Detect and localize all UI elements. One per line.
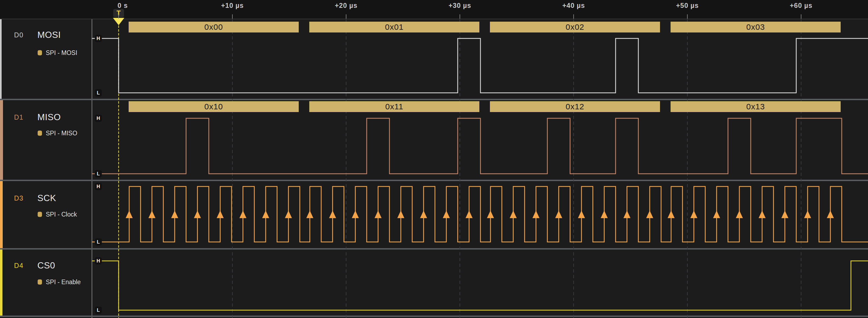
clock-rising-edge-arrow-icon xyxy=(690,211,698,218)
decoded-byte-box[interactable]: 0x10 xyxy=(129,101,299,112)
clock-rising-edge-arrow-icon xyxy=(781,211,788,218)
time-tick-label: +60 µs xyxy=(790,2,812,9)
time-tick-label: +30 µs xyxy=(448,2,471,9)
clock-rising-edge-arrow-icon xyxy=(329,211,336,218)
time-tick-mark xyxy=(460,14,460,19)
clock-rising-edge-arrow-icon xyxy=(148,211,155,218)
clock-rising-edge-arrow-icon xyxy=(510,211,517,218)
clock-rising-edge-arrow-icon xyxy=(578,211,585,218)
time-tick-mark xyxy=(232,14,232,19)
time-tick-label: 0 s xyxy=(118,2,128,9)
clock-rising-edge-arrow-icon xyxy=(306,211,313,218)
clock-rising-edge-arrow-icon xyxy=(713,211,720,218)
clock-rising-edge-arrow-icon xyxy=(623,211,630,218)
trigger-pointer-icon xyxy=(113,18,124,25)
decoded-byte-box[interactable]: 0x12 xyxy=(490,101,660,112)
clock-rising-edge-arrow-icon xyxy=(532,211,539,218)
decoded-byte-box[interactable]: 0x11 xyxy=(309,101,479,112)
time-tick-label: +40 µs xyxy=(562,2,585,9)
time-tick-label: +50 µs xyxy=(676,2,699,9)
clock-rising-edge-arrow-icon xyxy=(646,211,653,218)
clock-rising-edge-arrow-icon xyxy=(758,211,766,218)
clock-rising-edge-arrow-icon xyxy=(375,211,381,218)
time-tick-mark xyxy=(346,14,346,19)
clock-rising-edge-arrow-icon xyxy=(126,211,133,218)
time-tick-label: +20 µs xyxy=(335,2,358,9)
clock-rising-edge-arrow-icon xyxy=(397,211,404,218)
clock-rising-edge-arrow-icon xyxy=(487,211,494,218)
cs0-waveform xyxy=(92,261,868,310)
clock-rising-edge-arrow-icon xyxy=(827,211,834,218)
decoded-byte-box[interactable]: 0x00 xyxy=(129,22,299,32)
clock-rising-edge-arrow-icon xyxy=(466,211,473,218)
decoded-byte-box[interactable]: 0x13 xyxy=(671,101,841,112)
clock-rising-edge-arrow-icon xyxy=(736,211,743,218)
clock-rising-edge-arrow-icon xyxy=(668,211,675,218)
time-tick-mark xyxy=(574,14,574,19)
clock-rising-edge-arrow-icon xyxy=(352,211,359,218)
clock-rising-edge-arrow-icon xyxy=(217,211,224,218)
time-tick-mark xyxy=(801,14,801,19)
decoded-byte-box[interactable]: 0x03 xyxy=(671,22,841,32)
clock-rising-edge-arrow-icon xyxy=(555,211,562,218)
miso-waveform xyxy=(92,118,868,174)
clock-rising-edge-arrow-icon xyxy=(804,211,811,218)
clock-rising-edge-arrow-icon xyxy=(443,211,450,218)
clock-rising-edge-arrow-icon xyxy=(285,211,292,218)
sck-waveform xyxy=(92,187,868,242)
time-tick-mark xyxy=(687,14,688,19)
clock-rising-edge-arrow-icon xyxy=(420,211,427,218)
logic-analyzer-window: T 0 s+10 µs+20 µs+30 µs+40 µs+50 µs+60 µ… xyxy=(0,0,868,318)
mosi-waveform xyxy=(92,38,868,93)
clock-rising-edge-arrow-icon xyxy=(194,211,201,218)
time-tick-mark xyxy=(118,14,119,19)
timeline-header[interactable]: T 0 s+10 µs+20 µs+30 µs+40 µs+50 µs+60 µ… xyxy=(0,0,868,19)
clock-rising-edge-arrow-icon xyxy=(240,211,246,218)
clock-rising-edge-arrow-icon xyxy=(171,211,178,218)
time-tick-label: +10 µs xyxy=(221,2,244,9)
decoded-byte-box[interactable]: 0x02 xyxy=(490,22,660,32)
waveform-plot-area[interactable] xyxy=(0,0,868,318)
decoded-byte-box[interactable]: 0x01 xyxy=(309,22,479,32)
clock-rising-edge-arrow-icon xyxy=(601,211,608,218)
clock-rising-edge-arrow-icon xyxy=(262,211,269,218)
